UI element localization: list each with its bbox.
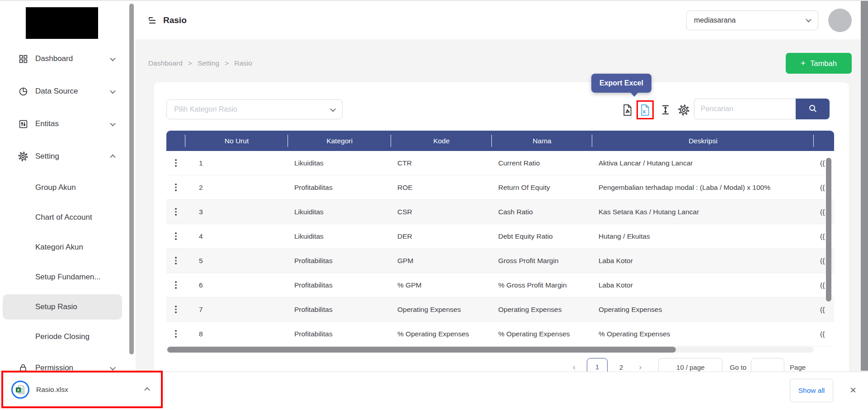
sidebar-item-chart-of-account[interactable]: Chart of Account <box>0 203 127 232</box>
sidebar-item-setting[interactable]: Setting <box>0 140 127 173</box>
table-settings-gear-icon[interactable] <box>677 103 690 117</box>
chevron-down-icon <box>110 120 116 126</box>
sidebar-item-label: Dashboard <box>35 54 111 63</box>
content-area: Dashboard > Setting > Rasio + Tambah Pil… <box>136 39 868 410</box>
column-header-rumus <box>814 131 834 151</box>
avatar[interactable] <box>828 9 852 32</box>
plus-icon: + <box>801 58 806 68</box>
cell-kode: Operating Expenses <box>391 297 492 321</box>
row-menu-kebab-icon[interactable] <box>166 249 185 273</box>
cell-deskripsi: Pengembalian terhadap modal : (Laba / Mo… <box>592 175 814 199</box>
cell-no-urut: 4 <box>185 224 288 248</box>
search-input[interactable] <box>694 99 796 119</box>
app-window: Dashboard Data Source Entitas <box>0 0 868 410</box>
close-download-bar-icon[interactable]: × <box>846 384 860 397</box>
sidebar-scrollbar[interactable] <box>129 4 134 354</box>
show-all-downloads-button[interactable]: Show all <box>790 379 833 402</box>
cell-no-urut: 2 <box>185 175 288 199</box>
table-row[interactable]: 8 Profitabilitas % Operating Expenses % … <box>166 322 834 346</box>
window-scrollbar[interactable] <box>861 1 868 372</box>
row-menu-kebab-icon[interactable] <box>166 175 185 199</box>
cell-kategori: Profitabilitas <box>288 297 391 321</box>
breadcrumb-item-dashboard[interactable]: Dashboard <box>148 59 183 67</box>
download-bar: X Rasio.xlsx Show all × <box>0 372 868 410</box>
cell-rumus-clipped: ({ <box>814 322 834 346</box>
sidebar-item-setup-fundamental[interactable]: Setup Fundamen... <box>0 262 127 292</box>
collapse-sidebar-icon[interactable] <box>147 15 158 26</box>
main-area: Rasio mediasarana Dashboard > Setting > … <box>136 1 868 410</box>
sidebar-subitem-label: Chart of Account <box>35 213 92 222</box>
tooltip-label: Export Excel <box>599 79 643 87</box>
table-row[interactable]: 3 Likuiditas CSR Cash Ratio Kas Setara K… <box>166 200 834 224</box>
pagination-prev-icon[interactable]: ‹ <box>570 363 579 372</box>
chevron-down-icon <box>110 55 116 61</box>
company-select[interactable]: mediasarana <box>686 10 818 30</box>
cell-nama: Cash Ratio <box>492 200 592 224</box>
table-row[interactable]: 1 Likuiditas CTR Current Ratio Aktiva La… <box>166 151 834 175</box>
scrollbar-thumb[interactable] <box>167 347 676 353</box>
scrollbar-thumb[interactable] <box>861 1 868 371</box>
gear-icon <box>18 151 28 161</box>
cell-nama: Debt Equity Ratio <box>492 224 592 248</box>
pie-chart-icon <box>18 86 28 96</box>
sidebar-item-entitas[interactable]: Entitas <box>0 108 127 140</box>
breadcrumb-separator: > <box>188 59 192 67</box>
sidebar-item-periode-closing[interactable]: Periode Closing <box>0 322 127 352</box>
row-menu-kebab-icon[interactable] <box>166 322 185 346</box>
row-menu-kebab-icon[interactable] <box>166 224 185 248</box>
breadcrumb-item-setting[interactable]: Setting <box>198 59 219 67</box>
pagination-page-2[interactable]: 2 <box>619 363 623 371</box>
cell-nama: % Gross Profit Margin <box>492 273 592 297</box>
table-header-row: No Urut Kategori Kode Nama Deskripsi <box>166 131 834 151</box>
cell-kategori: Profitabilitas <box>288 249 391 273</box>
company-select-value: mediasarana <box>694 16 807 24</box>
sidebar-item-kategori-akun[interactable]: Kategori Akun <box>0 232 127 262</box>
sidebar-item-group-akun[interactable]: Group Akun <box>0 173 127 203</box>
search-button[interactable] <box>796 99 830 119</box>
pagination-next-icon[interactable]: › <box>636 363 645 372</box>
add-button[interactable]: + Tambah <box>786 53 852 74</box>
cell-kategori: Likuiditas <box>288 200 391 224</box>
tooltip-arrow <box>630 92 638 97</box>
cell-kode: % Operating Expenses <box>391 322 492 346</box>
sidebar-subitem-label: Setup Rasio <box>35 302 77 311</box>
sidebar-item-data-source[interactable]: Data Source <box>0 75 127 108</box>
cell-kategori: Profitabilitas <box>288 322 391 346</box>
row-height-icon[interactable] <box>659 103 672 117</box>
table-row[interactable]: 6 Profitabilitas % GPM % Gross Profit Ma… <box>166 273 834 297</box>
cell-kategori: Profitabilitas <box>288 175 391 199</box>
cell-nama: % Operating Expenses <box>492 322 592 346</box>
cell-kode: ROE <box>391 175 492 199</box>
table-row[interactable]: 7 Profitabilitas Operating Expenses Oper… <box>166 297 834 322</box>
chevron-up-icon[interactable] <box>144 387 150 393</box>
downloaded-file-item[interactable]: X Rasio.xlsx <box>1 371 163 408</box>
export-pdf-icon[interactable] <box>621 103 634 117</box>
table-vertical-scrollbar[interactable] <box>826 158 831 302</box>
cell-rumus-clipped: ({ <box>814 297 834 321</box>
column-header-deskripsi: Deskripsi <box>592 131 814 151</box>
cell-nama: Gross Profit Margin <box>492 249 592 273</box>
cell-deskripsi: Operating Expenses <box>592 297 814 321</box>
breadcrumb-separator: > <box>225 59 229 67</box>
cell-kategori: Likuiditas <box>288 224 391 248</box>
rasio-card: Pilih Kategori Rasio <box>154 82 849 410</box>
cell-kategori: Profitabilitas <box>288 273 391 297</box>
cell-deskripsi: Hutang / Ekuitas <box>592 224 814 248</box>
table-horizontal-scrollbar[interactable] <box>166 347 814 353</box>
row-menu-kebab-icon[interactable] <box>166 151 185 175</box>
cell-no-urut: 6 <box>185 273 288 297</box>
kategori-rasio-select[interactable]: Pilih Kategori Rasio <box>166 99 343 119</box>
page-title: Rasio <box>163 15 187 25</box>
table-row[interactable]: 4 Likuiditas DER Debt Equity Ratio Hutan… <box>166 224 834 249</box>
cell-no-urut: 1 <box>185 151 288 175</box>
row-menu-kebab-icon[interactable] <box>166 200 185 224</box>
excel-file-icon: X <box>11 381 29 399</box>
sidebar-item-setup-rasio[interactable]: Setup Rasio <box>0 292 127 322</box>
row-menu-kebab-icon[interactable] <box>166 273 185 297</box>
sidebar-item-dashboard[interactable]: Dashboard <box>0 42 127 75</box>
chevron-down-icon <box>806 17 811 23</box>
row-menu-kebab-icon[interactable] <box>166 297 185 321</box>
breadcrumb-item-rasio[interactable]: Rasio <box>234 59 252 67</box>
table-row[interactable]: 2 Profitabilitas ROE Return Of Equity Pe… <box>166 175 834 200</box>
table-row[interactable]: 5 Profitabilitas GPM Gross Profit Margin… <box>166 249 834 273</box>
